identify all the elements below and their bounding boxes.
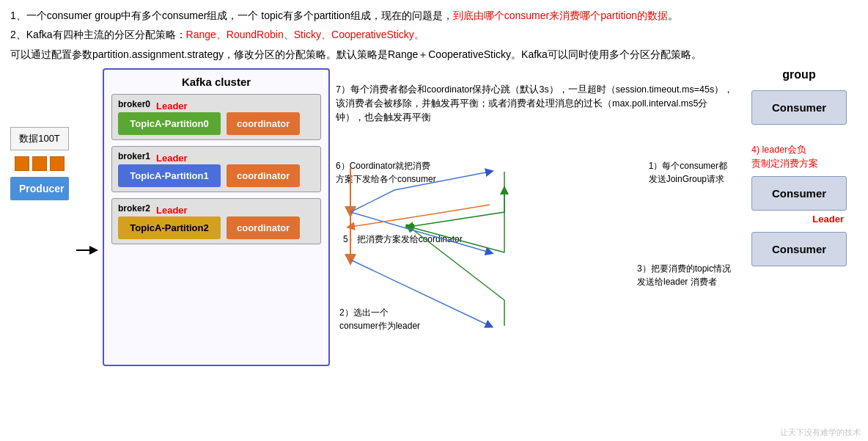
data-squares: [15, 156, 65, 171]
broker2-partition: TopicA-Partition2: [118, 216, 221, 239]
consumer-label-2: Consumer: [772, 187, 826, 200]
consumer-label-1: Consumer: [772, 101, 826, 114]
broker0-partition: TopicA-Partition0: [118, 112, 221, 135]
producer-arrow: [76, 68, 98, 366]
broker1-box: broker1 Leader TopicA-Partition1 coordin…: [111, 146, 321, 192]
consumer-label-3: Consumer: [772, 243, 826, 255]
arrows-annotations: 6）Coordinator就把消费方案下发给各个consumer 1）每个con…: [336, 131, 735, 366]
text2-start: 2、Kafka有四种主流的分区分配策略：: [10, 29, 186, 40]
broker2-coordinator: coordinator: [227, 216, 300, 239]
text-line-1: 1、一个consumer group中有多个consumer组成，一个 topi…: [10, 7, 858, 23]
text1-end: 。: [668, 10, 678, 21]
broker1-row: TopicA-Partition1 coordinator: [118, 164, 315, 187]
broker0-leader: Leader: [156, 101, 188, 112]
data-label: 数据100T: [10, 127, 69, 150]
watermark: 让天下没有难学的技术: [780, 427, 861, 438]
text1-start: 1、一个consumer group中有多个consumer组成，一个 topi…: [10, 10, 453, 21]
broker1-partition: TopicA-Partition1: [118, 164, 221, 187]
note7: 7）每个消费者都会和coordinator保持心跳（默认3s），一旦超时（ses…: [336, 68, 735, 125]
broker2-label: broker2: [118, 203, 150, 214]
producer-label: Producer: [10, 177, 69, 200]
broker1-label: broker1: [118, 151, 150, 161]
text-line-3: 可以通过配置参数partition.assignment.strategy，修改…: [10, 46, 858, 62]
leader-label: Leader: [751, 214, 847, 225]
page: 1、一个consumer group中有多个consumer组成，一个 topi…: [0, 0, 868, 441]
broker0-row: TopicA-Partition0 coordinator: [118, 112, 315, 135]
group-title: group: [782, 68, 815, 81]
middle-area: 7）每个消费者都会和coordinator保持心跳（默认3s），一旦超时（ses…: [330, 68, 740, 366]
group-side: group Consumer 4) leader会负责制定消费方案 Consum…: [740, 68, 858, 366]
consumer-box-1: Consumer: [751, 90, 847, 125]
data-square-3: [50, 156, 65, 171]
broker1-coordinator: coordinator: [227, 164, 300, 187]
consumer-box-2: Consumer: [751, 176, 847, 211]
text2-strategies: Range、RoundRobin、Sticky、CooperativeStick…: [186, 29, 424, 40]
kafka-cluster: Kafka cluster broker0 Leader TopicA-Part…: [103, 68, 330, 366]
broker2-row: TopicA-Partition2 coordinator: [118, 216, 315, 239]
text-section-1: 1、一个consumer group中有多个consumer组成，一个 topi…: [10, 7, 858, 62]
broker2-box: broker2 Leader TopicA-Partition2 coordin…: [111, 198, 321, 244]
broker0-box: broker0 Leader TopicA-Partition0 coordin…: [111, 94, 321, 140]
data-square-1: [15, 156, 29, 171]
kafka-title: Kafka cluster: [111, 76, 321, 88]
data-square-2: [32, 156, 47, 171]
producer-arrow-svg: [76, 243, 98, 258]
text1-red: 到底由哪个consumer来消费哪个partition的数据: [453, 10, 668, 21]
consumer-box-3: Consumer: [751, 232, 847, 266]
producer-side: 数据100T Producer: [10, 68, 69, 366]
text-line-2: 2、Kafka有四种主流的分区分配策略：Range、RoundRobin、Sti…: [10, 26, 858, 43]
text2-rest: 可以通过配置参数partition.assignment.strategy，修改…: [10, 48, 702, 60]
broker0-coordinator: coordinator: [227, 112, 300, 135]
arrows-svg: [336, 131, 735, 366]
note4: 4) leader会负责制定消费方案: [751, 129, 847, 170]
broker2-leader: Leader: [156, 205, 188, 216]
broker1-leader: Leader: [156, 153, 188, 164]
broker0-label: broker0: [118, 99, 150, 109]
